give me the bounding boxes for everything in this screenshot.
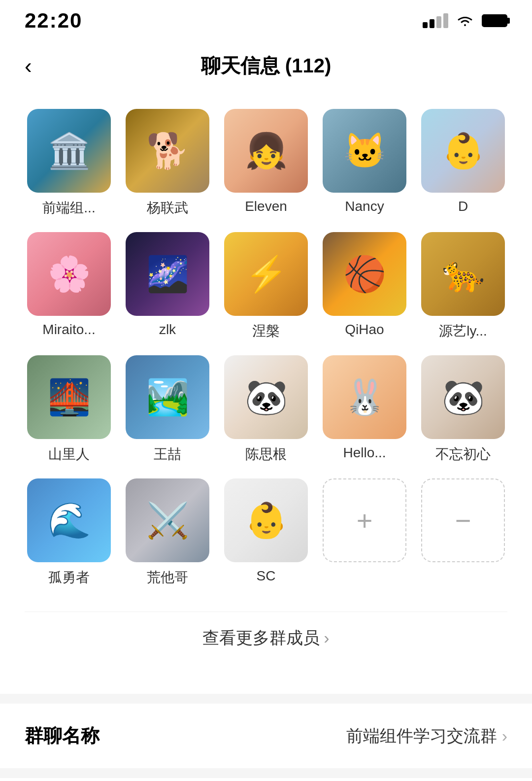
- status-bar: 22:20: [0, 0, 532, 37]
- back-button[interactable]: ‹: [25, 54, 32, 78]
- member-item[interactable]: 👶D: [419, 109, 507, 217]
- wifi-icon: [455, 13, 475, 28]
- member-avatar: 🐆: [421, 232, 505, 316]
- member-avatar: 🐼: [421, 355, 505, 439]
- member-label: 孤勇者: [48, 568, 90, 587]
- member-avatar: ⚔️: [126, 478, 209, 562]
- member-label: 杨联武: [147, 199, 188, 217]
- group-name-chevron: ›: [502, 726, 507, 746]
- member-label: 涅槃: [252, 322, 280, 340]
- group-name-value: 前端组件学习交流群: [346, 725, 497, 747]
- battery-icon: [482, 14, 507, 27]
- bottom-divider: [0, 768, 532, 778]
- member-avatar: 🌉: [27, 355, 111, 439]
- member-label: 荒他哥: [147, 568, 188, 587]
- watermark: 公众号 · 前端组件开发: [0, 778, 532, 781]
- member-label: 不忘初心: [435, 445, 491, 464]
- member-item[interactable]: 🐼陈思根: [222, 355, 310, 464]
- member-label: Nancy: [345, 199, 384, 214]
- member-item[interactable]: 🐼不忘初心: [419, 355, 507, 464]
- member-item[interactable]: 🏞️王喆: [123, 355, 212, 464]
- member-item[interactable]: 🏀QiHao: [320, 232, 409, 340]
- remove-member-button[interactable]: −: [421, 478, 505, 562]
- member-item[interactable]: 🌌zlk: [123, 232, 212, 340]
- member-item[interactable]: 🌊孤勇者: [25, 478, 113, 587]
- member-label: D: [458, 199, 468, 214]
- member-avatar: 🐕: [126, 109, 209, 193]
- member-avatar: 🌸: [27, 232, 111, 316]
- view-more-button[interactable]: 查看更多群成员›: [25, 611, 507, 674]
- member-label: Eleven: [245, 199, 287, 214]
- member-label: zlk: [159, 322, 176, 338]
- remove-member-item[interactable]: −: [419, 478, 507, 587]
- signal-icon: [423, 13, 448, 28]
- member-item[interactable]: 🐱Nancy: [320, 109, 409, 217]
- member-label: 王喆: [154, 445, 181, 464]
- member-avatar: 🌊: [27, 478, 111, 562]
- add-member-item[interactable]: +: [320, 478, 409, 587]
- status-time: 22:20: [25, 9, 82, 33]
- member-avatar: 👧: [224, 109, 308, 193]
- member-avatar: 🐰: [323, 355, 406, 439]
- section-divider: [0, 694, 532, 704]
- member-avatar: 👶: [224, 478, 308, 562]
- member-label: Hello...: [343, 445, 386, 461]
- member-label: 前端组...: [42, 199, 95, 217]
- member-item[interactable]: ⚔️荒他哥: [123, 478, 212, 587]
- members-grid: 🏛️前端组...🐕杨联武👧Eleven🐱Nancy👶D🌸Miraito...🌌z…: [25, 109, 507, 587]
- member-item[interactable]: 🏛️前端组...: [25, 109, 113, 217]
- member-avatar: 🏛️: [27, 109, 111, 193]
- group-name-label: 群聊名称: [25, 723, 100, 748]
- member-avatar: 🌌: [126, 232, 209, 316]
- member-avatar: 🐼: [224, 355, 308, 439]
- member-label: SC: [257, 568, 276, 584]
- member-avatar: 👶: [421, 109, 505, 193]
- member-avatar: ⚡: [224, 232, 308, 316]
- member-item[interactable]: 👧Eleven: [222, 109, 310, 217]
- member-avatar: 🏀: [323, 232, 406, 316]
- add-member-button[interactable]: +: [323, 478, 406, 562]
- member-label: Miraito...: [42, 322, 95, 338]
- member-item[interactable]: 🌸Miraito...: [25, 232, 113, 340]
- content-area: 🏛️前端组...🐕杨联武👧Eleven🐱Nancy👶D🌸Miraito...🌌z…: [0, 89, 532, 694]
- member-item[interactable]: 🐰Hello...: [320, 355, 409, 464]
- view-more-label: 查看更多群成员: [202, 628, 320, 647]
- member-avatar: 🐱: [323, 109, 406, 193]
- member-label: QiHao: [345, 322, 384, 338]
- member-label: 山里人: [48, 445, 90, 464]
- member-item[interactable]: 👶SC: [222, 478, 310, 587]
- group-name-value-container: 前端组件学习交流群 ›: [346, 725, 507, 747]
- member-item[interactable]: ⚡涅槃: [222, 232, 310, 340]
- member-item[interactable]: 🌉山里人: [25, 355, 113, 464]
- member-item[interactable]: 🐆源艺ly...: [419, 232, 507, 340]
- member-label: 源艺ly...: [439, 322, 487, 340]
- member-avatar: 🏞️: [126, 355, 209, 439]
- member-label: 陈思根: [245, 445, 287, 464]
- status-icons: [423, 13, 507, 28]
- header: ‹ 聊天信息 (112): [0, 37, 532, 89]
- group-name-row[interactable]: 群聊名称 前端组件学习交流群 ›: [0, 704, 532, 768]
- view-more-chevron: ›: [324, 628, 329, 647]
- page-title: 聊天信息 (112): [201, 52, 332, 79]
- member-item[interactable]: 🐕杨联武: [123, 109, 212, 217]
